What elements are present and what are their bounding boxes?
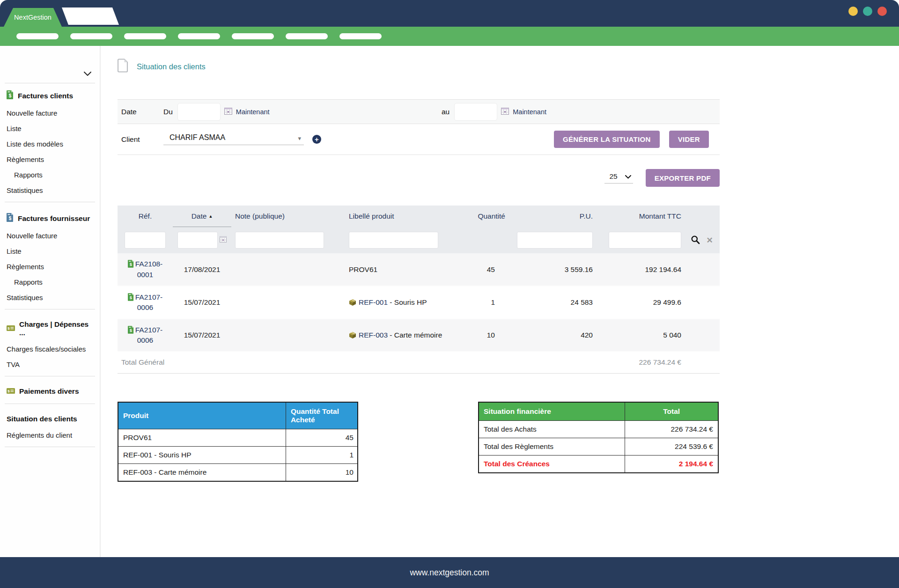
nav-pill[interactable] [232, 33, 274, 39]
sidebar-item-liste[interactable]: Liste [0, 121, 100, 136]
sidebar-collapse-select[interactable] [5, 46, 95, 83]
column-header-note[interactable]: Note (publique) [231, 206, 332, 227]
footer-url: www.nextgestion.com [410, 568, 489, 578]
generate-situation-button[interactable]: GÉNÉRER LA SITUATION [554, 131, 660, 148]
nav-pill[interactable] [16, 33, 59, 39]
total-general-label: Total Général [118, 352, 468, 373]
product-summary-row: REF-001 - Souris HP 1 [118, 446, 358, 463]
package-icon [349, 298, 359, 306]
product-name: PROV61 [118, 429, 286, 446]
sidebar-header-factures-fournisseur[interactable]: $ Factures fournisseur [0, 208, 100, 228]
action-buttons: GÉNÉRER LA SITUATION VIDER [554, 131, 709, 148]
filter-date-input[interactable] [177, 232, 218, 249]
sidebar-item-nouvelle-facture[interactable]: Nouvelle facture [0, 105, 100, 121]
nav-pill[interactable] [70, 33, 112, 39]
clear-button[interactable]: VIDER [669, 131, 709, 148]
invoice-row: $FA2107-0006 15/07/2021 REF-001 - Souris… [118, 286, 720, 319]
filter-amount-input[interactable] [609, 232, 681, 249]
table-filter-row: ✕ [118, 227, 720, 253]
sidebar-item-reglements-fournisseur[interactable]: Règlements [0, 259, 100, 274]
sidebar-header-factures-clients[interactable]: $ Factures clients [0, 85, 100, 105]
nav-pill[interactable] [339, 33, 382, 39]
invoice-table-wrap: Réf. Date▲ Note (publique) Libellé produ… [118, 206, 720, 374]
title-bar: NextGestion [0, 0, 899, 27]
brand-tab[interactable]: NextGestion [4, 8, 62, 27]
financial-value: 224 539.6 € [625, 438, 718, 455]
blank-tab[interactable] [62, 7, 119, 25]
sidebar-section-paiements-divers: $ Paiements divers [0, 380, 100, 400]
invoice-ref-link[interactable]: $FA2107-0006 [125, 292, 165, 313]
select-arrow-icon: ▾ [298, 135, 301, 142]
clear-filters-button[interactable]: ✕ [705, 235, 714, 246]
product-summary-header-product: Produit [118, 402, 286, 429]
invoice-note [231, 319, 332, 352]
column-header-ref[interactable]: Réf. [118, 206, 173, 227]
filter-panel: Date Du Maintenant au [118, 99, 720, 155]
filter-product-input[interactable] [349, 232, 438, 249]
client-select[interactable]: CHARIF ASMAA ▾ [163, 133, 304, 145]
invoice-ref-link[interactable]: $FA2108-0001 [125, 259, 165, 280]
sidebar-section-charges: $ Charges | Dépenses ... Charges fiscale… [0, 313, 100, 372]
calendar-icon[interactable] [501, 107, 509, 117]
window-minimize-dot[interactable] [848, 7, 858, 16]
filter-pu-input[interactable] [517, 232, 593, 249]
invoice-qty: 1 [468, 286, 510, 319]
nav-pill[interactable] [286, 33, 328, 39]
product-name: REF-001 - Souris HP [118, 446, 286, 463]
column-header-pu[interactable]: P.U. [510, 206, 599, 227]
column-header-date[interactable]: Date▲ [173, 206, 231, 227]
filter-ref-input[interactable] [125, 232, 166, 249]
sidebar-item-rapports-fournisseur[interactable]: Rapports [0, 274, 100, 290]
sidebar-item-charges-fiscales[interactable]: Charges fiscales/sociales [0, 341, 100, 357]
product-code-link[interactable]: REF-001 [359, 298, 388, 306]
product-qty: 45 [286, 429, 358, 446]
window-close-dot[interactable] [877, 7, 887, 16]
sidebar-header-charges[interactable]: $ Charges | Dépenses ... [0, 315, 100, 341]
window-maximize-dot[interactable] [863, 7, 872, 16]
add-client-button[interactable]: + [312, 135, 321, 144]
now-to-link[interactable]: Maintenant [513, 108, 546, 116]
column-header-amount[interactable]: Montant TTC [599, 206, 684, 227]
sidebar-item-nouvelle-facture-fournisseur[interactable]: Nouvelle facture [0, 228, 100, 243]
invoice-green-icon: $ [128, 293, 135, 301]
search-button[interactable] [690, 234, 701, 247]
invoice-amount: 29 499.6 [599, 286, 684, 319]
invoice-blue-icon: $ [7, 213, 14, 224]
sidebar-item-liste-des-modeles[interactable]: Liste des modèles [0, 136, 100, 152]
product-code-link[interactable]: REF-003 [359, 331, 388, 339]
financial-label: Total des Créances [479, 455, 625, 473]
invoice-ref-link[interactable]: $FA2107-0006 [125, 325, 165, 346]
sidebar-item-rapports[interactable]: Rapports [0, 167, 100, 183]
date-filter-row: Date Du Maintenant au [118, 100, 720, 124]
column-header-qty[interactable]: Quantité [468, 206, 510, 227]
date-to-input[interactable] [454, 103, 497, 121]
product-summary-row: REF-003 - Carte mémoire 10 [118, 463, 358, 481]
invoice-green-icon: $ [7, 90, 14, 101]
filter-note-input[interactable] [235, 232, 324, 249]
sidebar-item-tva[interactable]: TVA [0, 357, 100, 372]
calendar-icon[interactable] [224, 107, 232, 117]
main-content: Situation des clients Date Du Maintenant… [101, 46, 899, 557]
sidebar-item-statistiques-fournisseur[interactable]: Statistiques [0, 290, 100, 305]
sidebar-item-reglements-du-client[interactable]: Réglements du client [0, 427, 100, 443]
page-title-text: Situation des clients [137, 62, 206, 71]
sidebar-header-paiements-divers[interactable]: $ Paiements divers [0, 382, 100, 400]
sidebar-item-liste-fournisseur[interactable]: Liste [0, 243, 100, 259]
nav-pill[interactable] [124, 33, 166, 39]
nav-pill[interactable] [178, 33, 220, 39]
page-size-select[interactable]: 25 [604, 172, 633, 184]
product-name: REF-003 - Carte mémoire [118, 463, 286, 481]
now-from-link[interactable]: Maintenant [236, 108, 270, 116]
calendar-icon[interactable] [220, 236, 227, 244]
export-pdf-button[interactable]: EXPORTER PDF [646, 169, 720, 187]
column-header-product[interactable]: Libellé produit [332, 206, 468, 227]
financial-label: Total des Règlements [479, 438, 625, 455]
sidebar-divider [5, 447, 95, 447]
date-from-input[interactable] [177, 103, 221, 121]
sidebar-item-statistiques[interactable]: Statistiques [0, 183, 100, 198]
sidebar-header-situation-des-clients[interactable]: Situation des clients [0, 410, 100, 427]
product-qty: 10 [286, 463, 358, 481]
sidebar-item-reglements[interactable]: Règlements [0, 152, 100, 167]
product-summary-row: PROV61 45 [118, 429, 358, 446]
date-to-label: au [442, 108, 450, 116]
